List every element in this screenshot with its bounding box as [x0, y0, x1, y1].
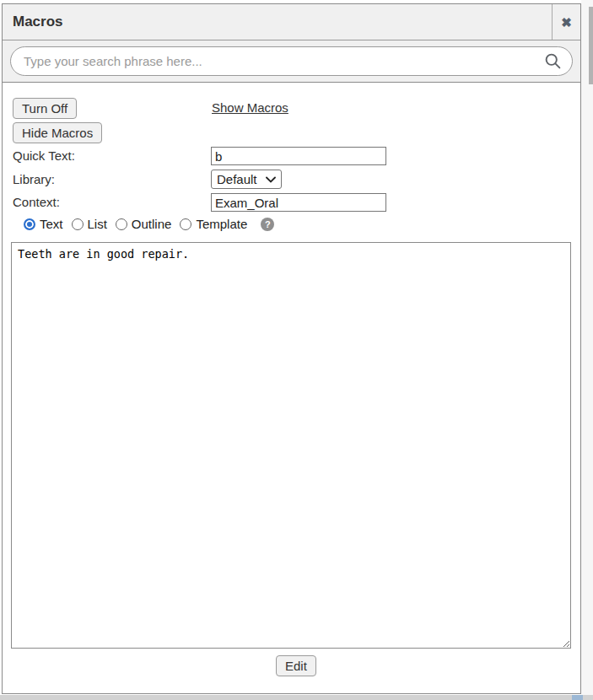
radio-option-label: Template	[196, 217, 247, 231]
show-macros-link[interactable]: Show Macros	[212, 100, 288, 115]
radio-option-template[interactable]: Template	[180, 217, 247, 231]
radio-button-icon[interactable]	[24, 218, 35, 230]
search-pill	[10, 46, 573, 76]
chevron-down-icon	[266, 176, 276, 183]
library-label: Library:	[13, 172, 55, 186]
macros-dialog: Macros ✖ Turn Off Show Macros Hide M	[2, 3, 581, 694]
background-scrollthumb-fragment	[572, 695, 583, 700]
radio-button-icon[interactable]	[180, 218, 191, 230]
radio-option-outline[interactable]: Outline	[116, 217, 172, 231]
context-input[interactable]	[211, 193, 386, 212]
dialog-body: Turn Off Show Macros Hide Macros Quick T…	[3, 83, 580, 693]
radio-button-icon[interactable]	[72, 218, 84, 230]
radio-option-label: Outline	[132, 217, 172, 231]
edit-button[interactable]: Edit	[276, 655, 316, 676]
radio-button-icon[interactable]	[116, 218, 127, 230]
radio-option-list[interactable]: List	[72, 217, 107, 231]
quick-text-input[interactable]	[211, 147, 386, 165]
dialog-title: Macros	[3, 13, 552, 30]
search-input[interactable]	[11, 47, 541, 75]
library-select-value: Default	[217, 172, 266, 186]
hide-macros-button[interactable]: Hide Macros	[13, 122, 102, 143]
radio-option-label: List	[88, 217, 107, 231]
help-icon[interactable]: ?	[261, 218, 274, 231]
turn-off-button[interactable]: Turn Off	[13, 98, 77, 119]
macro-type-radio-group: Text List Outline Template ?	[24, 217, 274, 231]
quick-text-label: Quick Text:	[13, 148, 75, 163]
screen: Macros ✖ Turn Off Show Macros Hide M	[0, 0, 593, 700]
macro-content-textarea[interactable]: Teeth are in good repair.	[11, 242, 571, 649]
background-page-edge-right	[581, 0, 593, 700]
background-page-edge-bottom	[0, 695, 593, 700]
radio-option-label: Text	[40, 217, 63, 231]
search-icon[interactable]	[541, 52, 572, 70]
close-icon: ✖	[561, 16, 572, 29]
context-label: Context:	[13, 195, 60, 209]
library-select[interactable]: Default	[211, 170, 282, 189]
close-button[interactable]: ✖	[552, 4, 580, 40]
background-scrollbar-fragment	[589, 7, 593, 84]
radio-option-text[interactable]: Text	[24, 217, 63, 231]
dialog-header: Macros ✖	[3, 4, 580, 40]
search-section	[3, 40, 580, 83]
